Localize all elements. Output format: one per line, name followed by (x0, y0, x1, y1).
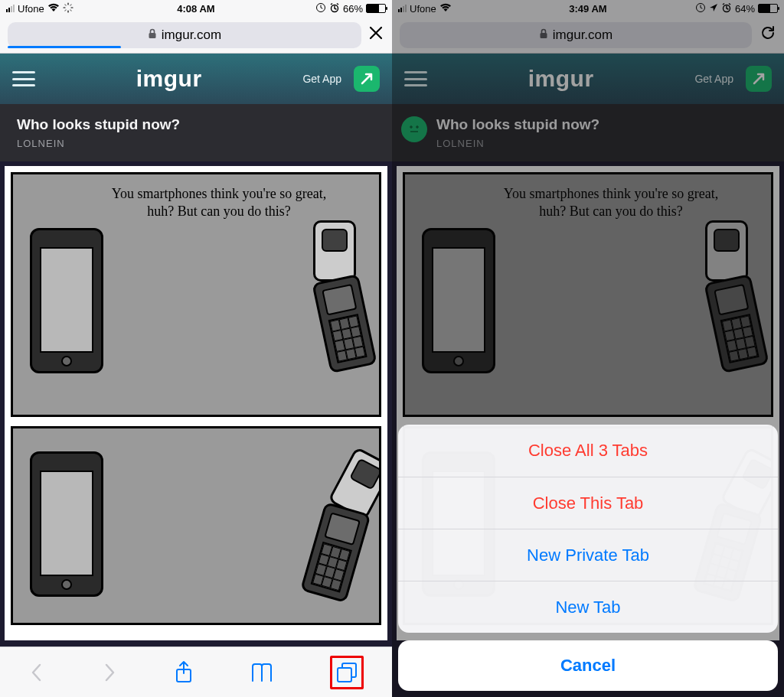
back-icon[interactable] (28, 661, 45, 684)
comic-panel-2 (11, 426, 381, 625)
action-sheet: Close All 3 Tabs Close This Tab New Priv… (398, 425, 778, 691)
address-bar: imgur.com (0, 17, 392, 54)
close-this-tab-button[interactable]: Close This Tab (398, 477, 778, 529)
stop-loading-icon[interactable] (368, 23, 384, 47)
clock: 4:08 AM (0, 3, 392, 15)
tabs-icon[interactable] (330, 656, 364, 689)
menu-icon[interactable] (12, 71, 35, 86)
app-badge-icon[interactable] (354, 66, 380, 92)
share-icon[interactable] (174, 660, 194, 686)
post-author: LOLNEIN (17, 138, 351, 149)
svg-rect-15 (338, 668, 351, 682)
phone-left: Ufone 4:08 AM 66% imgur.com (0, 0, 392, 697)
phone-right: Ufone 3:49 AM 64% imgur.com (392, 0, 784, 697)
post-header[interactable]: Who looks stupid now? LOLNEIN (0, 104, 392, 161)
get-app-link[interactable]: Get App (302, 73, 341, 85)
new-tab-button[interactable]: New Tab (398, 581, 778, 633)
close-all-tabs-button[interactable]: Close All 3 Tabs (398, 425, 778, 477)
post-title: Who looks stupid now? (17, 116, 351, 133)
lock-icon (148, 28, 157, 41)
imgur-header: imgur Get App (0, 54, 392, 104)
status-bar: Ufone 4:08 AM 66% (0, 0, 392, 17)
new-private-tab-button[interactable]: New Private Tab (398, 529, 778, 581)
url-label: imgur.com (162, 28, 221, 43)
battery-icon (366, 4, 386, 13)
address-field[interactable]: imgur.com (8, 22, 361, 48)
comic-speech: You smartphones think you're so great, h… (105, 185, 333, 220)
cancel-button[interactable]: Cancel (398, 640, 778, 691)
comic-panel-1: You smartphones think you're so great, h… (11, 172, 381, 417)
forward-icon[interactable] (101, 661, 118, 684)
svg-rect-12 (149, 33, 155, 38)
bookmarks-icon[interactable] (250, 661, 274, 684)
progress-bar (8, 46, 121, 48)
imgur-logo[interactable]: imgur (43, 66, 295, 92)
safari-toolbar (0, 647, 392, 697)
post-content[interactable]: You smartphones think you're so great, h… (0, 161, 392, 658)
